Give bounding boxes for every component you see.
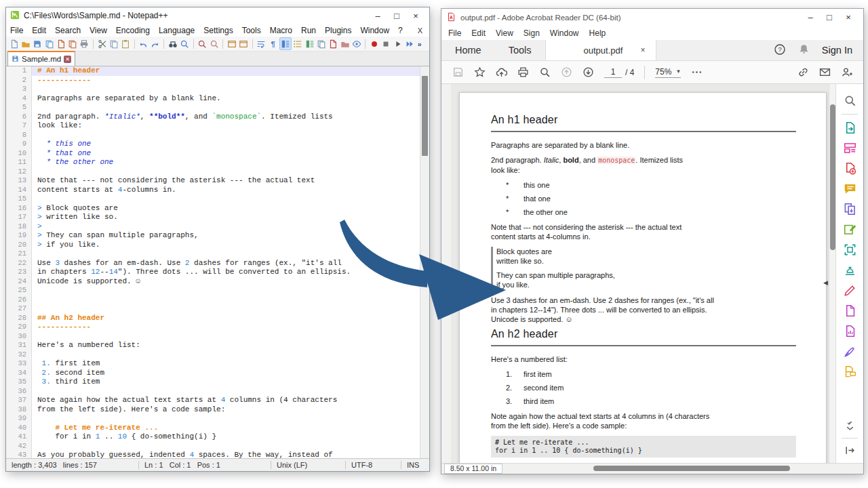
editor-line-34[interactable]: 34 2. second item: [6, 369, 429, 378]
sign-in-button[interactable]: Sign In: [822, 45, 852, 56]
prev-pane-arrow-icon[interactable]: ▶: [443, 279, 448, 286]
new-file-icon[interactable]: [9, 38, 19, 49]
print-icon[interactable]: [79, 38, 90, 49]
undo-icon[interactable]: [138, 38, 149, 49]
open-file-icon[interactable]: [20, 38, 31, 49]
editor-line-31[interactable]: 31Here's a numbered list:: [6, 341, 429, 350]
more-tools-chevron-icon[interactable]: [843, 419, 857, 433]
zoom-out-icon[interactable]: [209, 38, 219, 49]
search-zoom-icon[interactable]: [539, 66, 551, 78]
editor-line-38[interactable]: 38from the left side). Here's a code sam…: [6, 405, 429, 415]
editor-line-5[interactable]: 5: [6, 103, 429, 113]
folder-workspace-icon[interactable]: [304, 38, 315, 49]
editor-line-42[interactable]: 42: [6, 442, 429, 451]
sync-vertical-icon[interactable]: [226, 38, 237, 49]
save-icon[interactable]: [452, 66, 464, 78]
editor-line-18[interactable]: 18>: [6, 222, 429, 232]
find-icon[interactable]: [167, 38, 178, 49]
editor-line-33[interactable]: 33 1. first item: [6, 359, 429, 369]
npp-menu-search[interactable]: Search: [55, 26, 81, 35]
search-tool-icon[interactable]: [843, 94, 857, 108]
page-up-icon[interactable]: [561, 66, 572, 78]
stop-macro-icon[interactable]: [381, 38, 391, 49]
editor-line-43[interactable]: 43As you probably guessed, indented 4 sp…: [6, 451, 429, 458]
npp-menu-help[interactable]: ?: [398, 26, 403, 35]
star-icon[interactable]: [474, 66, 486, 78]
editor-line-35[interactable]: 35 3. third item: [6, 378, 429, 387]
npp-editor[interactable]: 1# An h1 header2------------34Paragraphs…: [6, 66, 429, 458]
editor-line-16[interactable]: 16> Block quotes are: [6, 204, 429, 214]
editor-line-22[interactable]: 22Use 3 dashes for an em-dash. Use 2 das…: [6, 259, 429, 268]
tab-home[interactable]: Home: [441, 40, 495, 60]
editor-line-39[interactable]: 39: [6, 414, 429, 424]
function-list-icon[interactable]: [293, 38, 303, 49]
editor-line-10[interactable]: 10 * that one: [6, 149, 429, 159]
editor-line-20[interactable]: 20> if you like.: [6, 241, 429, 250]
npp-menu-language[interactable]: Language: [159, 26, 195, 35]
create-pdf-icon[interactable]: [843, 161, 857, 176]
editor-line-8[interactable]: 8: [6, 131, 429, 140]
zoom-in-icon[interactable]: [197, 38, 208, 49]
word-wrap-icon[interactable]: [256, 38, 267, 49]
editor-line-19[interactable]: 19> They can span multiple paragraphs,: [6, 231, 429, 241]
pdf-page[interactable]: An h1 headerParagraphs are separated by …: [459, 92, 827, 463]
editor-line-15[interactable]: 15: [6, 195, 429, 204]
editor-line-11[interactable]: 11 * the other one: [6, 158, 429, 167]
acrobat-menu-edit[interactable]: Edit: [471, 28, 486, 38]
doc-switcher-icon[interactable]: [316, 38, 326, 49]
editor-line-3[interactable]: 3: [6, 85, 429, 94]
editor-line-25[interactable]: 25: [6, 286, 429, 296]
open-pane-icon[interactable]: [843, 443, 857, 458]
editor-line-32[interactable]: 32: [6, 350, 429, 360]
npp-menu-window[interactable]: Window: [360, 26, 389, 35]
npp-menu-view[interactable]: View: [90, 26, 107, 35]
notifications-bell-icon[interactable]: [798, 43, 810, 57]
print-icon[interactable]: [517, 66, 529, 78]
npp-menu-edit[interactable]: Edit: [32, 26, 46, 35]
next-pane-arrow-icon[interactable]: ◀: [823, 279, 828, 286]
editor-line-21[interactable]: 21: [6, 249, 429, 259]
run-macro-multiple-icon[interactable]: [404, 38, 414, 49]
stamp-icon[interactable]: [843, 263, 857, 277]
fill-sign-icon[interactable]: [843, 283, 857, 298]
npp-menu-encoding[interactable]: Encoding: [116, 26, 150, 35]
npp-menu-settings[interactable]: Settings: [203, 26, 233, 35]
close-all-icon[interactable]: [67, 38, 77, 49]
tab-tools[interactable]: Tools: [495, 40, 545, 60]
cut-icon[interactable]: [97, 38, 107, 49]
acrobat-menu-window[interactable]: Window: [550, 28, 579, 38]
editor-line-28[interactable]: 28## An h2 header: [6, 314, 429, 323]
npp-vertical-scrollbar[interactable]: [420, 66, 429, 458]
editor-line-30[interactable]: 30: [6, 332, 429, 342]
export-pdf-icon[interactable]: [843, 121, 857, 135]
doc-map-icon[interactable]: [279, 37, 291, 50]
npp-minimize-button[interactable]: –: [368, 11, 387, 21]
editor-line-6[interactable]: 62nd paragraph. *Italic*, **bold**, and …: [6, 113, 429, 122]
editor-line-37[interactable]: 37Note again how the actual text starts …: [6, 396, 429, 405]
npp-tab-close-icon[interactable]: ✕: [64, 56, 71, 63]
save-icon[interactable]: [33, 38, 43, 49]
editor-line-14[interactable]: 14content starts at 4-columns in.: [6, 186, 429, 195]
acrobat-maximize-button[interactable]: □: [820, 12, 839, 22]
editor-line-40[interactable]: 40 # Let me re-iterate ...: [6, 424, 429, 433]
record-macro-icon[interactable]: [369, 38, 379, 49]
request-signatures-icon[interactable]: [843, 365, 857, 379]
npp-eol-format[interactable]: Unix (LF): [271, 461, 345, 469]
editor-line-13[interactable]: 13Note that --- not considering the aste…: [6, 176, 429, 186]
page-number-input[interactable]: 1: [604, 67, 622, 78]
show-symbols-icon[interactable]: ¶: [268, 38, 278, 49]
editor-line-27[interactable]: 27: [6, 304, 429, 314]
editor-line-12[interactable]: 12: [6, 167, 429, 177]
protect-icon[interactable]: [843, 304, 857, 318]
acrobat-menu-help[interactable]: Help: [589, 28, 606, 38]
acrobat-close-button[interactable]: ×: [839, 12, 858, 22]
upload-cloud-icon[interactable]: [496, 66, 507, 78]
redo-icon[interactable]: [150, 38, 160, 49]
editor-line-1[interactable]: 1# An h1 header: [6, 66, 429, 76]
npp-menu-tools[interactable]: Tools: [242, 26, 261, 35]
edit-pdf-icon[interactable]: [843, 222, 857, 237]
add-account-icon[interactable]: [841, 66, 852, 78]
editor-line-41[interactable]: 41 for i in 1 .. 10 { do-something(i) }: [6, 432, 429, 442]
copy-icon[interactable]: [108, 38, 119, 49]
npp-close-button[interactable]: ×: [406, 11, 425, 21]
